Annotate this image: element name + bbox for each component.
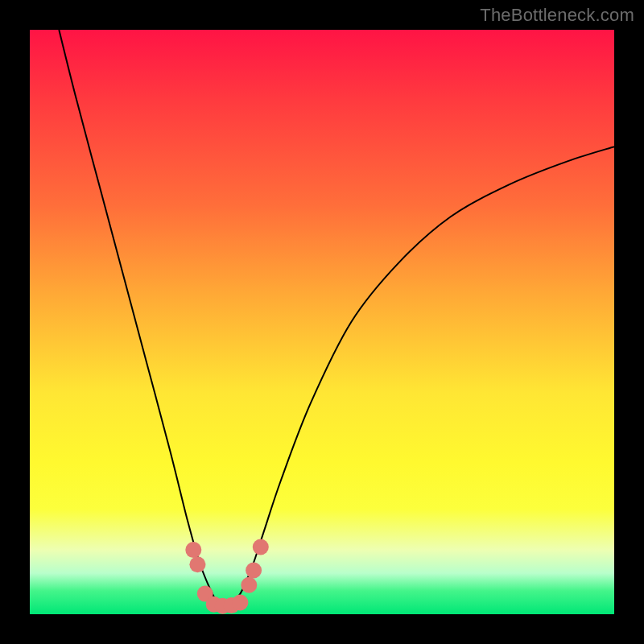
marker-point (185, 542, 201, 558)
plot-area (30, 30, 614, 614)
marker-point (253, 539, 269, 555)
marker-point (246, 563, 262, 579)
watermark-text: TheBottleneck.com (480, 5, 634, 26)
marker-point (241, 577, 257, 593)
chart-frame: TheBottleneck.com (0, 0, 644, 644)
curve-svg (30, 30, 614, 614)
bottleneck-curve (59, 30, 614, 607)
marker-point (189, 556, 205, 572)
marker-point (232, 595, 248, 611)
marker-group (185, 539, 268, 614)
